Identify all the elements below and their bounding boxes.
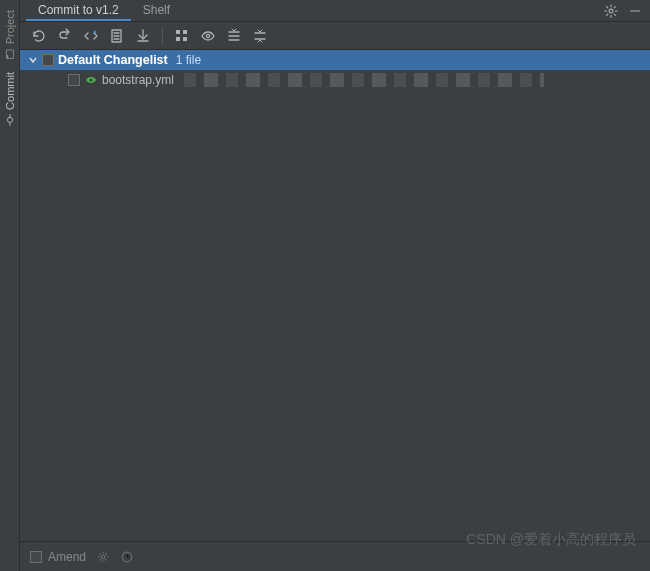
- svg-point-18: [206, 34, 209, 37]
- rollback-button[interactable]: [54, 25, 76, 47]
- commit-icon: [4, 114, 16, 126]
- show-diff-button[interactable]: [80, 25, 102, 47]
- changelist-name: Default Changelist: [58, 53, 168, 67]
- changelist-icon: [109, 28, 125, 44]
- tab-commit[interactable]: Commit to v1.2: [26, 0, 131, 21]
- commit-bottom-bar: Amend: [20, 541, 650, 571]
- yaml-file-icon: [84, 73, 98, 87]
- svg-point-2: [7, 118, 12, 123]
- left-tool-gutter: Project Commit: [0, 0, 20, 571]
- expand-all-icon: [226, 28, 242, 44]
- commit-panel: Commit to v1.2 Shelf Default Changelist …: [20, 0, 650, 571]
- commit-tool-tab[interactable]: Commit: [2, 66, 18, 132]
- shelve-button[interactable]: [132, 25, 154, 47]
- svg-point-25: [101, 555, 105, 559]
- revert-icon: [57, 28, 73, 44]
- svg-point-7: [94, 30, 97, 33]
- tab-shelf[interactable]: Shelf: [131, 0, 182, 21]
- svg-rect-15: [183, 30, 187, 34]
- amend-checkbox-box[interactable]: [30, 551, 42, 563]
- diff-icon: [83, 28, 99, 44]
- view-options-button[interactable]: [197, 25, 219, 47]
- changelist-checkbox[interactable]: [42, 54, 54, 66]
- svg-rect-14: [176, 30, 180, 34]
- file-checkbox[interactable]: [68, 74, 80, 86]
- svg-rect-17: [183, 37, 187, 41]
- gear-icon[interactable]: [604, 4, 618, 18]
- group-by-button[interactable]: [171, 25, 193, 47]
- svg-rect-16: [176, 37, 180, 41]
- changes-tree: Default Changelist 1 file bootstrap.yml: [20, 50, 650, 541]
- expand-all-button[interactable]: [223, 25, 245, 47]
- svg-point-24: [89, 78, 92, 81]
- file-row[interactable]: bootstrap.yml: [20, 70, 650, 90]
- project-tool-label: Project: [4, 10, 16, 44]
- changelist-row[interactable]: Default Changelist 1 file: [20, 50, 650, 70]
- changelist-count: 1 file: [176, 53, 201, 67]
- shelve-icon: [135, 28, 151, 44]
- collapse-all-icon: [252, 28, 268, 44]
- group-by-icon: [174, 28, 190, 44]
- history-icon[interactable]: [120, 550, 134, 564]
- toolbar-separator: [162, 27, 163, 45]
- refresh-icon: [31, 28, 47, 44]
- refresh-button[interactable]: [28, 25, 50, 47]
- svg-point-5: [609, 9, 613, 13]
- file-name: bootstrap.yml: [102, 73, 174, 87]
- amend-checkbox[interactable]: Amend: [30, 550, 86, 564]
- obscured-path: [184, 73, 544, 87]
- commit-settings-icon[interactable]: [96, 550, 110, 564]
- project-tool-tab[interactable]: Project: [2, 4, 18, 66]
- chevron-down-icon[interactable]: [28, 55, 38, 65]
- collapse-all-button[interactable]: [249, 25, 271, 47]
- commit-tab-row: Commit to v1.2 Shelf: [20, 0, 650, 22]
- minimize-icon[interactable]: [628, 4, 642, 18]
- amend-label: Amend: [48, 550, 86, 564]
- preview-icon: [200, 28, 216, 44]
- changelist-button[interactable]: [106, 25, 128, 47]
- commit-toolbar: [20, 22, 650, 50]
- commit-tool-label: Commit: [4, 72, 16, 110]
- project-icon: [4, 48, 16, 60]
